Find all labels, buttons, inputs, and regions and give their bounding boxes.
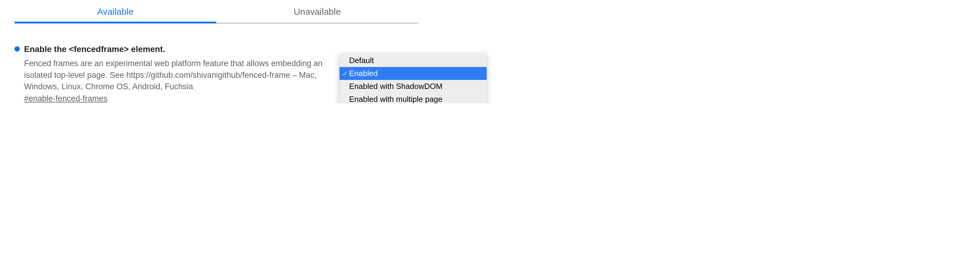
flag-entry: Enable the <fencedframe> element. Fenced… (14, 44, 947, 103)
dropdown-option-enabled-mparch[interactable]: Enabled with multiple page architecture (339, 93, 487, 103)
tab-bar: Available Unavailable (14, 0, 418, 24)
flag-text-block: Enable the <fencedframe> element. Fenced… (24, 44, 329, 103)
dropdown-option-label: Default (349, 56, 374, 65)
tab-available[interactable]: Available (14, 0, 216, 23)
dropdown-option-label: Enabled (349, 69, 378, 78)
flag-state-dropdown[interactable]: Default ✓ Enabled Enabled with ShadowDOM… (339, 53, 487, 103)
dropdown-option-default[interactable]: Default (339, 54, 487, 67)
flag-title: Enable the <fencedframe> element. (24, 44, 329, 55)
dropdown-option-label: Enabled with ShadowDOM (349, 82, 442, 91)
dropdown-option-label: Enabled with multiple page architecture (349, 95, 442, 103)
dropdown-option-enabled-shadowdom[interactable]: Enabled with ShadowDOM (339, 80, 487, 93)
check-icon: ✓ (342, 69, 348, 78)
dropdown-option-enabled[interactable]: ✓ Enabled (339, 67, 487, 80)
flag-anchor-link[interactable]: #enable-fenced-frames (24, 94, 108, 103)
modified-indicator-icon (14, 46, 20, 52)
flag-description: Fenced frames are an experimental web pl… (24, 58, 329, 92)
tab-unavailable[interactable]: Unavailable (216, 0, 418, 23)
